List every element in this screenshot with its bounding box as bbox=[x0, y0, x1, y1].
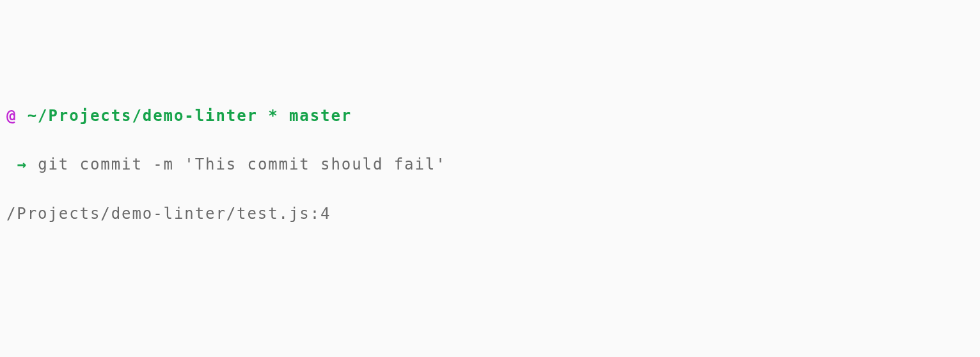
prompt-arrow-icon: → bbox=[17, 155, 27, 173]
prompt-space2 bbox=[258, 107, 268, 125]
blank-line bbox=[6, 251, 974, 275]
command-text: git commit -m 'This commit should fail' bbox=[38, 155, 446, 173]
prompt-space3 bbox=[279, 107, 289, 125]
blank-line bbox=[6, 349, 974, 357]
git-dirty-indicator: * bbox=[268, 107, 278, 125]
prompt-space bbox=[17, 107, 27, 125]
git-branch: master bbox=[289, 107, 352, 125]
command-line[interactable]: → git commit -m 'This commit should fail… bbox=[6, 152, 974, 177]
blank-line bbox=[6, 300, 974, 324]
prompt-line: @ ~/Projects/demo-linter * master bbox=[6, 104, 974, 128]
output-file-location: /Projects/demo-linter/test.js:4 bbox=[6, 202, 974, 226]
cmd-space bbox=[28, 155, 38, 173]
cmd-prefix-space bbox=[6, 155, 17, 173]
prompt-path: ~/Projects/demo-linter bbox=[28, 107, 258, 125]
prompt-at-symbol: @ bbox=[6, 107, 17, 125]
